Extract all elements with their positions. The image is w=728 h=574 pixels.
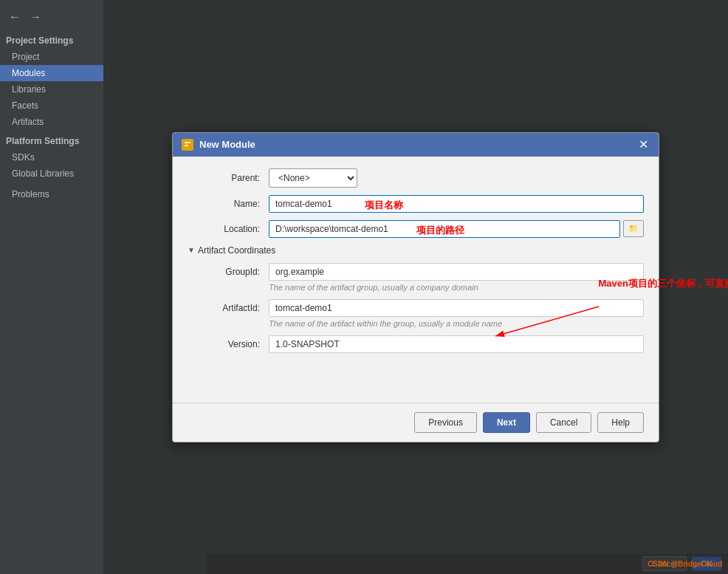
location-row: Location: 📁 项目的路径 xyxy=(188,220,644,238)
artifact-section-header[interactable]: ▼ Artifact Coordinates xyxy=(188,245,644,256)
parent-field: <None> xyxy=(269,168,644,188)
name-input[interactable] xyxy=(269,195,644,213)
collapse-icon: ▼ xyxy=(188,246,195,254)
artifactid-input[interactable] xyxy=(269,299,644,317)
dialog-body: Parent: <None> Name: 项目名称 xyxy=(173,157,659,403)
name-row: Name: 项目名称 xyxy=(188,195,644,213)
main-content: New Module ✕ Parent: <None> xyxy=(103,0,728,574)
dialog-footer: Previous Next Cancel Help xyxy=(173,403,659,442)
nav-back-button[interactable]: ← xyxy=(6,9,24,25)
version-row: Version: xyxy=(195,335,644,353)
close-button[interactable]: ✕ xyxy=(637,139,650,151)
nav-forward-button[interactable]: → xyxy=(27,9,44,25)
artifact-coordinates-section: ▼ Artifact Coordinates GroupId: The name… xyxy=(188,245,644,353)
artifactid-label: ArtifactId: xyxy=(195,299,269,313)
dialog-title-left: New Module xyxy=(182,139,255,151)
artifact-content: GroupId: The name of the artifact group,… xyxy=(188,263,644,353)
sidebar-item-problems[interactable]: Problems xyxy=(0,186,103,202)
version-label: Version: xyxy=(195,335,269,349)
parent-label: Parent: xyxy=(188,173,269,183)
modal-overlay: New Module ✕ Parent: <None> xyxy=(103,0,728,574)
version-field xyxy=(269,335,644,353)
sidebar-item-artifacts[interactable]: Artifacts xyxy=(0,114,103,130)
platform-settings-label: Platform Settings xyxy=(0,130,103,149)
sidebar-item-libraries[interactable]: Libraries xyxy=(0,81,103,98)
version-input[interactable] xyxy=(269,335,644,353)
sidebar-item-sdks[interactable]: SDKs xyxy=(0,149,103,165)
project-settings-label: Project Settings xyxy=(0,31,103,49)
sidebar: ← → Project Settings Project Modules Lib… xyxy=(0,0,103,574)
groupid-input[interactable] xyxy=(269,263,644,281)
name-field: 项目名称 xyxy=(269,195,644,213)
svg-rect-1 xyxy=(185,142,190,143)
next-button[interactable]: Next xyxy=(483,412,530,433)
help-button[interactable]: Help xyxy=(597,412,644,433)
name-label: Name: xyxy=(188,199,269,209)
parent-row: Parent: <None> xyxy=(188,168,644,188)
location-field: 📁 项目的路径 xyxy=(269,220,644,238)
artifactid-row: ArtifactId: The name of the artifact wit… xyxy=(195,299,644,328)
svg-rect-2 xyxy=(185,145,188,146)
location-input-group: 📁 项目的路径 xyxy=(269,220,644,238)
cancel-button[interactable]: Cancel xyxy=(536,412,591,433)
new-module-dialog: New Module ✕ Parent: <None> xyxy=(172,132,659,443)
groupid-field: The name of the artifact group, usually … xyxy=(269,263,644,292)
dialog-title: New Module xyxy=(199,139,255,150)
artifactid-field: The name of the artifact within the grou… xyxy=(269,299,644,328)
nav-buttons: ← → xyxy=(0,6,103,31)
dialog-titlebar: New Module ✕ xyxy=(173,133,659,157)
artifact-section-label: Artifact Coordinates xyxy=(198,245,275,256)
artifactid-hint: The name of the artifact within the grou… xyxy=(269,319,644,328)
module-icon xyxy=(182,139,193,151)
parent-select[interactable]: <None> xyxy=(269,168,357,188)
groupid-hint: The name of the artifact group, usually … xyxy=(269,283,644,292)
sidebar-item-project[interactable]: Project xyxy=(0,49,103,65)
groupid-label: GroupId: xyxy=(195,263,269,277)
sidebar-item-facets[interactable]: Facets xyxy=(0,98,103,114)
groupid-row: GroupId: The name of the artifact group,… xyxy=(195,263,644,292)
sidebar-item-modules[interactable]: Modules xyxy=(0,65,103,81)
folder-icon: 📁 xyxy=(628,224,639,233)
sidebar-item-global-libraries[interactable]: Global Libraries xyxy=(0,165,103,182)
previous-button[interactable]: Previous xyxy=(414,412,477,433)
location-input[interactable] xyxy=(269,220,620,238)
browse-button[interactable]: 📁 xyxy=(623,220,644,237)
location-label: Location: xyxy=(188,224,269,234)
csdn-watermark: CSDN @BridgeCloud xyxy=(648,560,722,568)
